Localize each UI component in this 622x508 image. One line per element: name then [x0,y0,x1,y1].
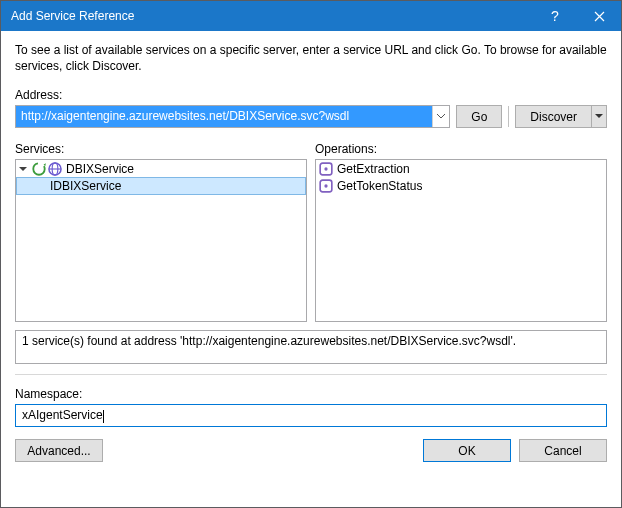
svg-point-9 [324,184,327,187]
service-root-label: DBIXService [66,162,134,176]
namespace-label: Namespace: [15,387,607,401]
operation-label: GetExtraction [337,162,410,176]
namespace-input[interactable]: xAIgentService [15,404,607,427]
services-listbox[interactable]: DBIXService IDBIXService [15,159,307,322]
address-combo[interactable]: http://xaigentengine.azurewebsites.net/D… [15,105,450,128]
operation-item[interactable]: GetExtraction [316,160,606,177]
namespace-value: xAIgentService [22,408,104,422]
svg-point-7 [324,167,327,170]
address-label: Address: [15,88,607,102]
description-text: To see a list of available services on a… [15,42,607,74]
help-button[interactable]: ? [533,1,577,31]
window-title: Add Service Reference [11,9,533,23]
refresh-icon [31,161,47,177]
svg-point-0 [33,163,44,174]
divider [15,374,607,375]
service-contract-item[interactable]: IDBIXService [16,177,306,195]
operation-item[interactable]: GetTokenStatus [316,177,606,194]
discover-dropdown-button[interactable] [591,105,607,128]
cancel-button[interactable]: Cancel [519,439,607,462]
status-text: 1 service(s) found at address 'http://xa… [15,330,607,364]
ok-button[interactable]: OK [423,439,511,462]
service-contract-label: IDBIXService [50,179,121,193]
discover-split-button: Discover [515,105,607,128]
operations-listbox[interactable]: GetExtraction GetTokenStatus [315,159,607,322]
operations-label: Operations: [315,142,607,156]
expand-collapse-icon[interactable] [18,164,28,174]
services-label: Services: [15,142,307,156]
address-value[interactable]: http://xaigentengine.azurewebsites.net/D… [16,106,432,127]
operation-label: GetTokenStatus [337,179,422,193]
close-button[interactable] [577,1,621,31]
globe-icon [47,161,63,177]
service-root-item[interactable]: DBIXService [16,160,306,177]
discover-button[interactable]: Discover [515,105,591,128]
method-icon [319,179,333,193]
titlebar: Add Service Reference ? [1,1,621,31]
advanced-button[interactable]: Advanced... [15,439,103,462]
method-icon [319,162,333,176]
address-dropdown-icon[interactable] [432,106,449,127]
go-button[interactable]: Go [456,105,502,128]
separator [508,106,509,127]
